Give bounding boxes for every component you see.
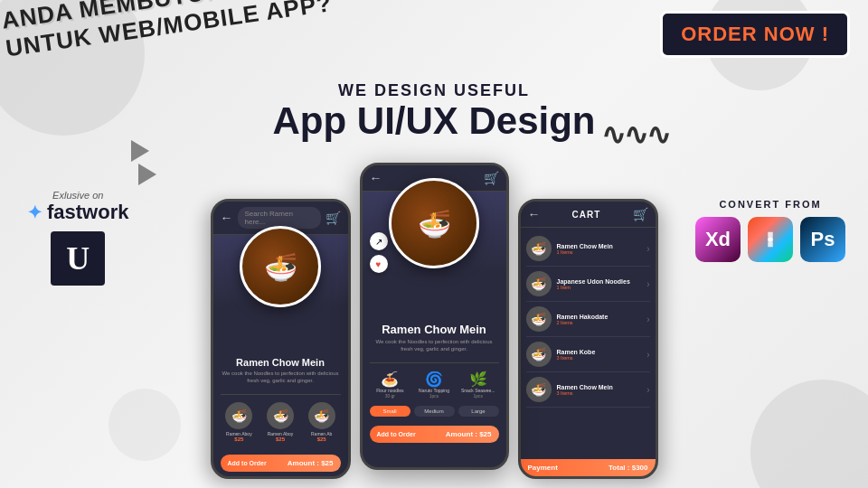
ing-icon-1: 🍝 xyxy=(381,371,399,387)
cart-item-sub-4: 3 Items xyxy=(557,355,647,361)
ing-amount-2: 1pcs xyxy=(413,393,455,399)
cart-item-1[interactable]: 🍜 Ramen Chow Mein 1 Items › xyxy=(526,231,650,267)
size-small[interactable]: Small xyxy=(370,406,410,417)
food-desc-left: We cook the Noodles to perfection with d… xyxy=(221,371,341,385)
thumbnail-row: 🍜 Ramen Aboy $25 🍜 Ramen Aboy $25 🍜 Rame… xyxy=(221,402,341,442)
cart-total: Total : $300 xyxy=(609,464,647,472)
cart-item-2[interactable]: 🍜 Japanese Udon Noodles 1 Item › xyxy=(526,267,650,302)
cart-items-list: 🍜 Ramen Chow Mein 1 Items › 🍜 Japanese U… xyxy=(521,228,656,459)
cart-item-info-4: Ramen Kobe 3 Items xyxy=(557,349,647,361)
thumb-circle-3: 🍜 xyxy=(308,402,335,429)
arrow-decorations xyxy=(131,140,156,185)
cart-item-sub-1: 1 Items xyxy=(557,249,647,255)
cart-item-4[interactable]: 🍜 Ramen Kobe 3 Items › xyxy=(526,337,650,372)
chevron-1: › xyxy=(646,244,649,254)
ingredient-1: 🍝 Flour noodles 30 gr xyxy=(370,371,411,399)
fastwork-icon: ✦ xyxy=(27,202,42,223)
back-icon[interactable]: ← xyxy=(221,211,233,225)
convert-label: CONVERT FROM xyxy=(695,199,845,210)
cart-icon-right[interactable]: 🛒 xyxy=(633,207,648,221)
cart-item-info-3: Ramen Hakodate 2 Items xyxy=(557,314,647,325)
order-now-button[interactable]: ORDER NOW ! xyxy=(660,11,850,58)
fastwork-exclusive: Exlusive on xyxy=(27,190,128,201)
thumb-name-1: Ramen Aboy xyxy=(221,431,259,436)
thumb-price-2: $25 xyxy=(261,436,299,442)
figma-icon xyxy=(748,217,793,262)
cart-item-info-1: Ramen Chow Mein 1 Items xyxy=(557,243,647,255)
add-btn-label-left: Add to Order xyxy=(228,460,267,466)
ing-amount-3: 1pcs xyxy=(458,393,499,399)
search-placeholder: Search Ramen here... xyxy=(245,210,293,226)
food-desc-center: We cook the Noodles to perfection with d… xyxy=(370,339,499,353)
cart-item-info-5: Ramen Chow Mein 3 Items xyxy=(557,384,647,396)
phone-right: ← CART 🛒 🍜 Ramen Chow Mein 1 Items › 🍜 J… xyxy=(518,199,658,479)
food-circle-center: 🍜 xyxy=(389,178,479,268)
heart-icon[interactable]: ♥ xyxy=(370,255,388,273)
food-title-left: Ramen Chow Mein xyxy=(221,357,341,368)
phone-center: ← 🛒 ↗ ♥ 🍜 Ramen Chow Mein We cook the No… xyxy=(360,163,509,470)
thumb-circle-2: 🍜 xyxy=(267,402,294,429)
cart-item-img-1: 🍜 xyxy=(526,236,552,261)
chevron-2: › xyxy=(646,279,649,289)
cart-item-img-2: 🍜 xyxy=(526,271,552,296)
cart-item-name-2: Japanese Udon Noodles xyxy=(557,278,647,285)
arrow-1 xyxy=(131,140,149,162)
food-title-center: Ramen Chow Mein xyxy=(370,323,499,336)
cart-item-name-3: Ramen Hakodate xyxy=(557,314,647,320)
share-icon[interactable]: ↗ xyxy=(370,232,388,250)
chevron-5: › xyxy=(646,385,649,395)
add-btn-label-center: Add to Order xyxy=(377,431,416,437)
thumb-price-1: $25 xyxy=(221,436,259,442)
cart-item-name-4: Ramen Kobe xyxy=(557,349,647,355)
cart-item-img-3: 🍜 xyxy=(526,306,552,332)
cart-item-5[interactable]: 🍜 Ramen Chow Mein 3 Items › xyxy=(526,372,650,408)
order-now-label: ORDER NOW ! xyxy=(681,23,829,45)
size-medium[interactable]: Medium xyxy=(414,406,455,417)
thumb-price-3: $25 xyxy=(303,436,341,442)
add-to-order-left[interactable]: Add to Order Amount : $25 xyxy=(221,455,341,472)
cart-item-3[interactable]: 🍜 Ramen Hakodate 2 Items › xyxy=(526,302,650,337)
payment-button[interactable]: Payment xyxy=(528,464,558,472)
convert-from-section: CONVERT FROM Xd Ps xyxy=(695,199,845,262)
thumb-3: 🍜 Ramen Ab $25 xyxy=(303,402,341,442)
phone-mockups: ← Search Ramen here... 🛒 🍜 Ramen Chow Me… xyxy=(154,127,714,488)
fastwork-name: fastwork xyxy=(47,201,128,224)
cart-item-sub-2: 1 Item xyxy=(557,285,647,290)
cart-item-sub-3: 2 Items xyxy=(557,320,647,325)
headline-sub: WE DESIGN USEFUL xyxy=(0,81,868,100)
cart-footer[interactable]: Payment Total : $300 xyxy=(521,459,656,476)
cart-icon[interactable]: 🛒 xyxy=(326,211,341,225)
back-icon-right[interactable]: ← xyxy=(528,207,541,221)
phone-left-body: Ramen Chow Mein We cook the Noodles to p… xyxy=(213,307,348,476)
cart-item-img-5: 🍜 xyxy=(526,377,552,402)
ingredients-row: 🍝 Flour noodles 30 gr 🌀 Naruto Topping 1… xyxy=(370,371,499,399)
ingredient-3: 🌿 Snack Seawee... 1pcs xyxy=(458,371,499,399)
cart-item-name-5: Ramen Chow Mein xyxy=(557,384,647,390)
thumb-circle-1: 🍜 xyxy=(225,402,252,429)
add-to-order-center[interactable]: Add to Order Amount : $25 xyxy=(370,426,499,443)
ingredient-2: 🌀 Naruto Topping 1pcs xyxy=(413,371,455,399)
ing-icon-3: 🌿 xyxy=(469,371,487,387)
action-icons: ↗ ♥ xyxy=(370,232,388,273)
food-image-area: 🍜 xyxy=(213,235,348,307)
fastwork-section: Exlusive on ✦ fastwork U xyxy=(27,190,128,293)
ing-name-2: Naruto Topping xyxy=(413,388,455,393)
cart-title: CART xyxy=(572,210,601,220)
thumb-2: 🍜 Ramen Aboy $25 xyxy=(261,402,299,442)
food-circle-left: 🍜 xyxy=(240,226,321,307)
size-large[interactable]: Large xyxy=(458,406,499,417)
phone-center-body: Ramen Chow Mein We cook the Noodles to p… xyxy=(363,273,506,467)
add-btn-amount-left: Amount : $25 xyxy=(288,459,334,467)
food-image-center: ↗ ♥ 🍜 xyxy=(363,192,506,273)
ing-amount-1: 30 gr xyxy=(370,393,411,399)
divider-c1 xyxy=(370,362,499,363)
thumb-1: 🍜 Ramen Aboy $25 xyxy=(221,402,259,442)
cart-icon-center[interactable]: 🛒 xyxy=(484,171,499,185)
tool-icons: Xd Ps xyxy=(695,217,845,262)
ing-name-3: Snack Seawee... xyxy=(458,388,499,393)
u-logo: U xyxy=(51,231,105,286)
chevron-4: › xyxy=(646,350,649,360)
add-btn-amount-center: Amount : $25 xyxy=(446,430,492,438)
cart-item-info-2: Japanese Udon Noodles 1 Item xyxy=(557,278,647,290)
back-icon-center[interactable]: ← xyxy=(370,171,382,185)
